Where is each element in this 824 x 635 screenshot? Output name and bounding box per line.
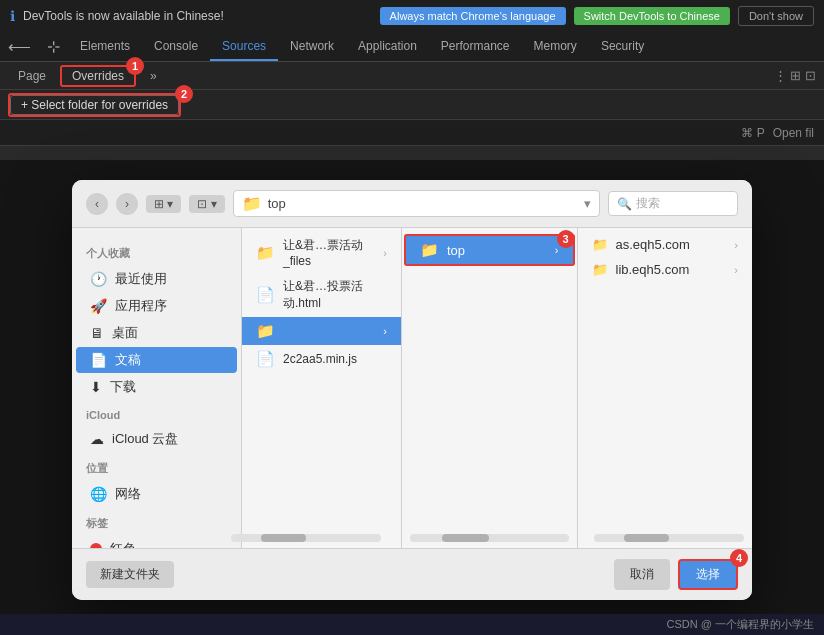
- select-folder-button[interactable]: + Select folder for overrides: [10, 95, 179, 115]
- dialog-toolbar: ‹ › ⊞ ▾ ⊡ ▾ 📁 top ▾ 🔍 搜索: [72, 180, 752, 228]
- toolbar-icons: ⋮ ⊞ ⊡: [774, 68, 816, 83]
- subtab-page[interactable]: Page: [8, 67, 56, 85]
- file-html-icon: 📄: [256, 286, 275, 304]
- bottom-bar: CSDN @ 一个编程界的小学生: [0, 614, 824, 635]
- folder-as-icon: 📁: [592, 237, 608, 252]
- file-item-top[interactable]: 📁 top ›: [404, 234, 575, 266]
- sidebar-item-network[interactable]: 🌐 网络: [76, 481, 237, 507]
- location-name: top: [268, 196, 286, 211]
- file-dialog: ‹ › ⊞ ▾ ⊡ ▾ 📁 top ▾ 🔍 搜索 个人收藏 🕐: [72, 180, 752, 600]
- folder-docs-active-icon: 📁: [256, 322, 275, 340]
- sidebar-item-documents[interactable]: 📄 文稿: [76, 347, 237, 373]
- sidebar-recent-label: 最近使用: [115, 270, 167, 288]
- location-folder: 📁 top: [242, 194, 286, 213]
- arrow-top-icon: ›: [555, 244, 559, 256]
- shortcut-key: ⌘ P: [741, 126, 764, 140]
- shortcut-row: ⌘ P Open fil: [0, 120, 824, 146]
- tab-application[interactable]: Application: [346, 32, 429, 61]
- network-icon: 🌐: [90, 486, 107, 502]
- tag-red-icon: [90, 543, 102, 548]
- annotation-4: 4: [730, 549, 748, 567]
- dialog-body: 个人收藏 🕐 最近使用 🚀 应用程序 🖥 桌面 📄 文稿: [72, 228, 752, 548]
- shortcut-action: Open fil: [773, 126, 814, 140]
- nav-forward-button[interactable]: ›: [116, 193, 138, 215]
- file-lib-label: lib.eqh5.com: [616, 262, 690, 277]
- select-button[interactable]: 选择: [678, 559, 738, 590]
- arrow-as-icon: ›: [734, 239, 738, 251]
- folder-icon: 📁: [242, 194, 262, 213]
- sidebar-icloud-label: iCloud 云盘: [112, 430, 178, 448]
- sidebar-item-downloads[interactable]: ⬇ 下载: [76, 374, 237, 400]
- file-item-votes-html[interactable]: 📄 让&君…投票活动.html: [242, 273, 401, 317]
- notification-text: DevTools is now available in Chinese!: [23, 9, 372, 23]
- sidebar-docs-label: 文稿: [115, 351, 141, 369]
- desktop-icon: 🖥: [90, 325, 104, 341]
- sidebar-item-recent[interactable]: 🕐 最近使用: [76, 266, 237, 292]
- sidebar-section-icloud: iCloud: [72, 401, 241, 425]
- notification-bar: ℹ DevTools is now available in Chinese! …: [0, 0, 824, 32]
- folder-lib-icon: 📁: [592, 262, 608, 277]
- middle-file-pane: 📁 top › 3: [402, 228, 578, 548]
- folder-votes-icon: 📁: [256, 244, 275, 262]
- arrow-lib-icon: ›: [734, 264, 738, 276]
- switch-chinese-button[interactable]: Switch DevTools to Chinese: [574, 7, 730, 25]
- info-icon: ℹ: [10, 8, 15, 24]
- footer-actions: 取消 选择 4: [614, 559, 738, 590]
- sidebar-section-personal: 个人收藏: [72, 238, 241, 265]
- subtab-more[interactable]: »: [140, 67, 167, 85]
- file-item-lib-eqh5[interactable]: 📁 lib.eqh5.com ›: [578, 257, 753, 282]
- dialog-footer: 新建文件夹 取消 选择 4: [72, 548, 752, 600]
- left-file-pane: 📁 让&君…票活动_files › 📄 让&君…投票活动.html 📁 › 📄 …: [242, 228, 402, 548]
- file-item-as-eqh5[interactable]: 📁 as.eqh5.com ›: [578, 232, 753, 257]
- file-item-documents-active[interactable]: 📁 ›: [242, 317, 401, 345]
- devtools-back-icon[interactable]: ⟵: [0, 32, 39, 61]
- sources-subtab-bar: Page Overrides 1 » ⋮ ⊞ ⊡: [0, 62, 824, 90]
- file-item-votes-folder[interactable]: 📁 让&君…票活动_files ›: [242, 232, 401, 273]
- dialog-overlay: ‹ › ⊞ ▾ ⊡ ▾ 📁 top ▾ 🔍 搜索 个人收藏 🕐: [0, 160, 824, 635]
- sidebar-network-label: 网络: [115, 485, 141, 503]
- view-grid-button[interactable]: ⊡ ▾: [189, 195, 224, 213]
- annotation-3: 3: [557, 230, 575, 248]
- tab-performance[interactable]: Performance: [429, 32, 522, 61]
- location-bar[interactable]: 📁 top ▾: [233, 190, 600, 217]
- search-icon: 🔍: [617, 197, 632, 211]
- dropdown-arrow: ▾: [584, 196, 591, 211]
- annotation-2: 2: [175, 85, 193, 103]
- file-top-label: top: [447, 243, 465, 258]
- downloads-icon: ⬇: [90, 379, 102, 395]
- apps-icon: 🚀: [90, 298, 107, 314]
- sidebar-item-tag-red[interactable]: 红色: [76, 536, 237, 548]
- sidebar-item-desktop[interactable]: 🖥 桌面: [76, 320, 237, 346]
- tag-red-label: 红色: [110, 540, 136, 548]
- nav-back-button[interactable]: ‹: [86, 193, 108, 215]
- tab-sources[interactable]: Sources: [210, 32, 278, 61]
- recent-icon: 🕐: [90, 271, 107, 287]
- devtools-inspect-icon[interactable]: ⊹: [39, 32, 68, 61]
- tab-memory[interactable]: Memory: [522, 32, 589, 61]
- file-item-js[interactable]: 📄 2c2aa5.min.js: [242, 345, 401, 373]
- dont-show-button[interactable]: Don't show: [738, 6, 814, 26]
- bottom-text: CSDN @ 一个编程界的小学生: [667, 617, 814, 632]
- file-votes-label: 让&君…票活动_files: [283, 237, 375, 268]
- match-language-button[interactable]: Always match Chrome's language: [380, 7, 566, 25]
- new-folder-button[interactable]: 新建文件夹: [86, 561, 174, 588]
- subtab-overrides[interactable]: Overrides: [62, 67, 134, 85]
- folder-top-icon: 📁: [420, 241, 439, 259]
- sidebar-item-apps[interactable]: 🚀 应用程序: [76, 293, 237, 319]
- tab-security[interactable]: Security: [589, 32, 656, 61]
- sidebar-item-icloud[interactable]: ☁ iCloud 云盘: [76, 426, 237, 452]
- tab-network[interactable]: Network: [278, 32, 346, 61]
- documents-icon: 📄: [90, 352, 107, 368]
- tab-console[interactable]: Console: [142, 32, 210, 61]
- sidebar-section-tags: 标签: [72, 508, 241, 535]
- search-bar[interactable]: 🔍 搜索: [608, 191, 738, 216]
- sidebar-downloads-label: 下载: [110, 378, 136, 396]
- search-placeholder: 搜索: [636, 195, 660, 212]
- sidebar-desktop-label: 桌面: [112, 324, 138, 342]
- cancel-button[interactable]: 取消: [614, 559, 670, 590]
- icloud-icon: ☁: [90, 431, 104, 447]
- arrow-icon: ›: [383, 247, 387, 259]
- view-columns-button[interactable]: ⊞ ▾: [146, 195, 181, 213]
- sidebar-section-location: 位置: [72, 453, 241, 480]
- sidebar-apps-label: 应用程序: [115, 297, 167, 315]
